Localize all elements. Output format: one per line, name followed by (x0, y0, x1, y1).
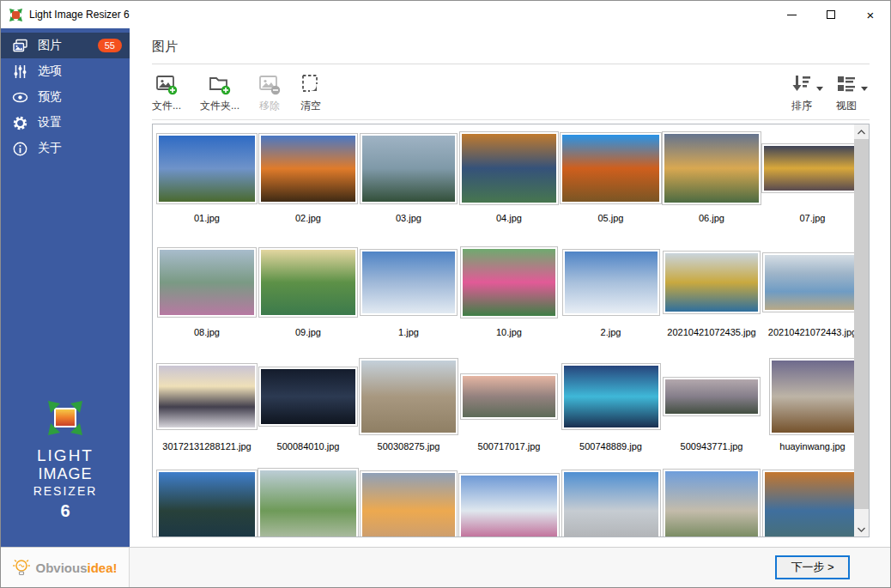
thumbnail-image[interactable] (260, 470, 356, 536)
thumbnail-cell[interactable]: 500748889.jpg (560, 361, 662, 475)
thumbnail-cell[interactable]: 03.jpg (359, 132, 458, 246)
thumbnail-cell[interactable]: 500308275.jpg (359, 361, 458, 475)
thumbnail-image[interactable] (463, 249, 555, 316)
thumbnail-cell[interactable]: 04.jpg (458, 132, 560, 246)
thumbnail-cell[interactable] (156, 475, 258, 536)
thumbnail-image[interactable] (160, 250, 254, 315)
thumbnail-frame[interactable] (360, 133, 458, 204)
thumbnail-cell[interactable]: 2.jpg (560, 246, 662, 361)
thumbnail-cell[interactable]: huayinwang.jpg (761, 361, 854, 475)
sort-dropdown-arrow[interactable] (816, 87, 823, 91)
thumbnail-image[interactable] (361, 361, 456, 433)
thumbnail-frame[interactable] (769, 358, 855, 435)
sidebar-item-preview[interactable]: 预览 (1, 84, 130, 110)
thumbnail-image[interactable] (665, 379, 758, 414)
sidebar-item-about[interactable]: 关于 (1, 136, 130, 161)
thumbnail-frame[interactable] (458, 473, 560, 536)
scrollbar-thumb[interactable] (854, 139, 869, 509)
thumbnail-frame[interactable] (762, 252, 855, 312)
thumbnail-frame[interactable] (359, 358, 458, 435)
thumbnail-cell[interactable]: 08.jpg (156, 246, 258, 361)
thumbnail-frame[interactable] (360, 249, 458, 316)
thumbnail-image[interactable] (159, 136, 255, 202)
thumbnail-image[interactable] (462, 134, 556, 203)
thumbnail-cell[interactable]: 20210421072435.jpg (662, 246, 761, 361)
thumbnail-frame[interactable] (762, 470, 855, 536)
thumbnail-frame[interactable] (663, 469, 761, 536)
thumbnail-frame[interactable] (561, 470, 661, 536)
clear-button[interactable]: 清空 (300, 73, 322, 113)
thumbnail-cell[interactable] (359, 475, 458, 536)
thumbnail-frame[interactable] (156, 363, 258, 430)
thumbnail-image[interactable] (772, 361, 854, 433)
thumbnail-frame[interactable] (258, 468, 359, 536)
thumbnail-image[interactable] (665, 253, 758, 312)
thumbnail-image[interactable] (362, 252, 455, 313)
scroll-down-button[interactable] (854, 522, 869, 536)
thumbnail-cell[interactable]: 500717017.jpg (458, 361, 560, 475)
thumbnail-frame[interactable] (560, 132, 662, 204)
thumbnail-image[interactable] (664, 134, 759, 203)
thumbnail-cell[interactable]: 05.jpg (560, 132, 662, 246)
remove-button[interactable]: 移除 (258, 73, 281, 113)
thumbnail-cell[interactable]: 30172131288121.jpg (156, 361, 258, 475)
thumbnail-frame[interactable] (663, 377, 761, 416)
thumbnail-cell[interactable] (560, 475, 662, 536)
thumbnail-cell[interactable] (458, 475, 560, 536)
thumbnail-image[interactable] (461, 476, 557, 536)
thumbnail-cell[interactable]: 500943771.jpg (662, 361, 761, 475)
sidebar-item-options[interactable]: 选项 (1, 58, 130, 84)
thumbnail-image[interactable] (765, 255, 855, 310)
sort-button[interactable]: 排序 (791, 73, 813, 113)
thumbnail-image[interactable] (463, 376, 555, 417)
thumbnail-image[interactable] (261, 369, 355, 424)
thumbnail-frame[interactable] (157, 247, 257, 318)
thumbnail-image[interactable] (564, 472, 658, 536)
thumbnail-frame[interactable] (561, 363, 661, 430)
thumbnail-image[interactable] (562, 135, 659, 202)
thumbnail-frame[interactable] (459, 131, 559, 205)
view-dropdown-arrow[interactable] (861, 87, 868, 91)
thumbnail-frame[interactable] (258, 367, 358, 427)
thumbnail-frame[interactable] (156, 470, 258, 536)
thumbnail-frame[interactable] (460, 246, 558, 318)
sidebar-item-images[interactable]: 图片 55 (1, 33, 130, 58)
thumbnail-frame[interactable] (156, 133, 258, 204)
thumbnail-image[interactable] (564, 366, 658, 427)
thumbnail-cell[interactable]: 02.jpg (258, 132, 359, 246)
vertical-scrollbar[interactable] (854, 124, 869, 536)
thumbnail-frame[interactable] (663, 251, 761, 314)
thumbnail-cell[interactable]: 500084010.jpg (258, 361, 359, 475)
add-files-button[interactable]: 文件... (152, 73, 181, 113)
maximize-button[interactable] (811, 1, 851, 28)
thumbnail-image[interactable] (565, 252, 658, 313)
thumbnail-cell[interactable]: 09.jpg (258, 246, 359, 361)
view-button[interactable]: 视图 (835, 73, 858, 113)
thumbnail-frame[interactable] (662, 131, 761, 205)
thumbnail-cell[interactable]: 20210421072443.jpg (761, 246, 854, 361)
thumbnail-cell[interactable]: 01.jpg (156, 132, 258, 246)
add-folder-button[interactable]: 文件夹... (200, 73, 239, 113)
thumbnail-cell[interactable] (761, 475, 854, 536)
thumbnail-frame[interactable] (562, 249, 660, 316)
close-button[interactable]: × (851, 1, 890, 28)
thumbnail-cell[interactable]: 1.jpg (359, 246, 458, 361)
thumbnail-cell[interactable]: 10.jpg (458, 246, 560, 361)
thumbnail-cell[interactable]: 07.jpg (761, 132, 854, 246)
next-step-button[interactable]: 下一步 > (775, 555, 850, 579)
thumbnail-frame[interactable] (258, 133, 358, 204)
thumbnail-image[interactable] (159, 366, 255, 427)
thumbnail-cell[interactable] (258, 475, 359, 536)
thumbnail-frame[interactable] (258, 247, 358, 318)
thumbnail-cell[interactable] (662, 475, 761, 536)
thumbnail-image[interactable] (261, 136, 355, 202)
thumbnail-image[interactable] (261, 250, 355, 315)
obviousidea-logo[interactable]: Obviousidea! (12, 557, 117, 578)
thumbnail-image[interactable] (159, 472, 255, 536)
thumbnail-frame[interactable] (460, 373, 558, 420)
thumbnail-image[interactable] (362, 473, 455, 536)
thumbnail-frame[interactable] (360, 470, 458, 536)
sidebar-item-settings[interactable]: 设置 (1, 110, 130, 136)
thumbnail-image[interactable] (764, 146, 854, 191)
scroll-up-button[interactable] (854, 124, 869, 139)
